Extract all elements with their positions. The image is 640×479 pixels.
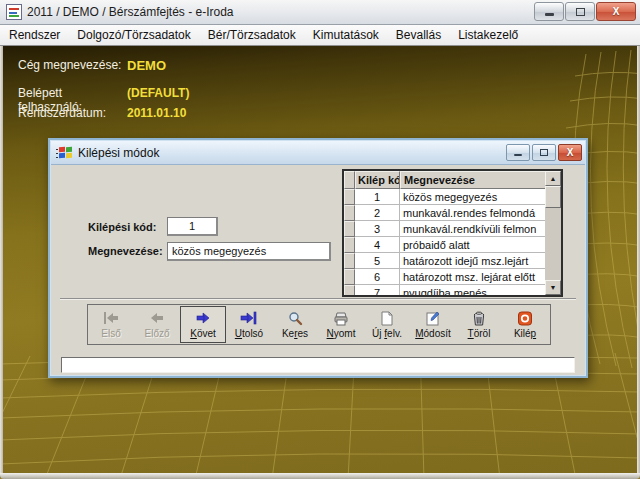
grid-header-name: Megnevezése (400, 171, 549, 189)
company-value: DEMO (127, 58, 166, 73)
magnifier-icon (287, 310, 303, 326)
navigation-toolbar: Első Előző Követ (87, 304, 551, 345)
row-selector[interactable] (344, 189, 355, 205)
windows-flag-icon (56, 146, 72, 160)
close-button[interactable]: X (596, 2, 636, 21)
trash-icon (471, 310, 487, 326)
print-button[interactable]: Nyomt (318, 306, 364, 343)
toolbar-separator (60, 298, 576, 300)
maximize-button[interactable] (565, 2, 595, 21)
printer-icon (333, 310, 349, 326)
dialog-close-button[interactable]: X (558, 144, 582, 161)
edit-icon (425, 310, 441, 326)
menubar: Rendszer Dolgozó/Törzsadatok Bér/Törzsad… (0, 25, 640, 46)
grid-header-row: Kilép kód Megnevezése (344, 171, 549, 189)
next-button[interactable]: Követ (180, 306, 226, 343)
cell-name: nyugdíjba menés (400, 285, 549, 297)
minimize-icon (545, 13, 554, 16)
prev-arrow-icon (148, 310, 166, 326)
cell-code: 7 (355, 285, 400, 297)
cell-code: 3 (355, 221, 400, 237)
grid-row[interactable]: 4 próbaidő alatt (344, 237, 549, 253)
new-record-button[interactable]: Új felv. (364, 306, 410, 343)
menu-rendszer[interactable]: Rendszer (9, 28, 60, 42)
cell-code: 5 (355, 253, 400, 269)
grid-corner-cell (344, 171, 355, 189)
name-field[interactable] (167, 242, 331, 261)
name-label: Megnevezése: (88, 245, 163, 257)
cell-name: munkavál.rendes felmondá (400, 205, 549, 221)
grid-header-code: Kilép kód (355, 171, 400, 189)
grid-row[interactable]: 2 munkavál.rendes felmondá (344, 205, 549, 221)
status-input[interactable] (61, 357, 575, 373)
menu-listakezelo[interactable]: Listakezelő (458, 28, 518, 42)
minimize-button[interactable] (534, 2, 564, 21)
window-frame-left (0, 46, 3, 474)
exit-modes-grid: Kilép kód Megnevezése 1 közös megegyezés… (342, 169, 563, 297)
grid-row[interactable]: 6 határozott msz. lejárat előtt (344, 269, 549, 285)
exit-code-label: Kilépési kód: (88, 221, 156, 233)
window-title: 2011 / DEMO / Bérszámfejtés - e-Iroda (27, 5, 234, 19)
first-button[interactable]: Első (88, 306, 134, 343)
application-window: 2011 / DEMO / Bérszámfejtés - e-Iroda X … (0, 0, 640, 479)
grid-scrollbar[interactable]: ▲ ▼ (545, 171, 561, 295)
window-frame-bottom (0, 473, 640, 479)
row-selector[interactable] (344, 285, 355, 297)
exit-modes-dialog: Kilépési módok X Kilépési kód: Megnevezé… (48, 138, 588, 378)
cell-name: munkavál.rendkívüli felmon (400, 221, 549, 237)
row-selector[interactable] (344, 237, 355, 253)
first-arrow-icon (102, 310, 120, 326)
new-record-icon (379, 310, 395, 326)
close-icon: X (613, 7, 620, 17)
date-label: Rendszerdátum: (18, 106, 127, 120)
menu-kimutatasok[interactable]: Kimutatások (313, 28, 379, 42)
last-arrow-icon (240, 310, 258, 326)
cell-code: 2 (355, 205, 400, 221)
row-selector[interactable] (344, 205, 355, 221)
grid-row[interactable]: 5 határozott idejű msz.lejárt (344, 253, 549, 269)
next-arrow-icon (194, 310, 212, 326)
row-selector[interactable] (344, 253, 355, 269)
app-icon (6, 4, 22, 20)
company-label: Cég megnevezése: (18, 58, 127, 73)
dialog-maximize-icon (540, 149, 548, 156)
grid-row[interactable]: 1 közös megegyezés (344, 189, 549, 205)
dialog-title: Kilépési módok (78, 146, 159, 160)
previous-button[interactable]: Előző (134, 306, 180, 343)
menu-dolgozo-torzsadatok[interactable]: Dolgozó/Törzsadatok (77, 28, 190, 42)
exit-code-field[interactable] (167, 217, 218, 236)
row-selector[interactable] (344, 221, 355, 237)
scrollbar-thumb[interactable] (545, 186, 561, 208)
row-selector[interactable] (344, 269, 355, 285)
grid-row[interactable]: 3 munkavál.rendkívüli felmon (344, 221, 549, 237)
scroll-up-icon[interactable]: ▲ (545, 171, 561, 186)
dialog-minimize-button[interactable] (506, 144, 530, 161)
scroll-down-icon[interactable]: ▼ (545, 280, 561, 295)
date-row: Rendszerdátum: 2011.01.10 (18, 106, 186, 120)
dialog-titlebar[interactable]: Kilépési módok X (51, 141, 585, 165)
last-button[interactable]: Utolsó (226, 306, 272, 343)
menu-ber-torzsadatok[interactable]: Bér/Törzsadatok (208, 28, 296, 42)
delete-button[interactable]: Töröl (456, 306, 502, 343)
grid-row[interactable]: 7 nyugdíjba menés (344, 285, 549, 297)
dialog-client: Kilépési kód: Megnevezése: Kilép kód Meg… (51, 166, 585, 375)
modify-button[interactable]: Módosít (410, 306, 456, 343)
dialog-minimize-icon (514, 154, 522, 156)
main-titlebar[interactable]: 2011 / DEMO / Bérszámfejtés - e-Iroda X (0, 0, 640, 25)
cell-code: 4 (355, 237, 400, 253)
cell-code: 6 (355, 269, 400, 285)
cell-name: próbaidő alatt (400, 237, 549, 253)
maximize-icon (576, 8, 585, 16)
dialog-maximize-button[interactable] (532, 144, 556, 161)
exit-button[interactable]: Kilép (502, 306, 548, 343)
menu-bevallas[interactable]: Bevallás (396, 28, 441, 42)
cell-name: közös megegyezés (400, 189, 549, 205)
date-value: 2011.01.10 (127, 106, 186, 120)
cell-name: határozott msz. lejárat előtt (400, 269, 549, 285)
cell-name: határozott idejű msz.lejárt (400, 253, 549, 269)
search-button[interactable]: Keres (272, 306, 318, 343)
power-icon (517, 310, 533, 326)
cell-code: 1 (355, 189, 400, 205)
dialog-close-icon: X (567, 148, 574, 158)
company-row: Cég megnevezése: DEMO (18, 58, 166, 73)
